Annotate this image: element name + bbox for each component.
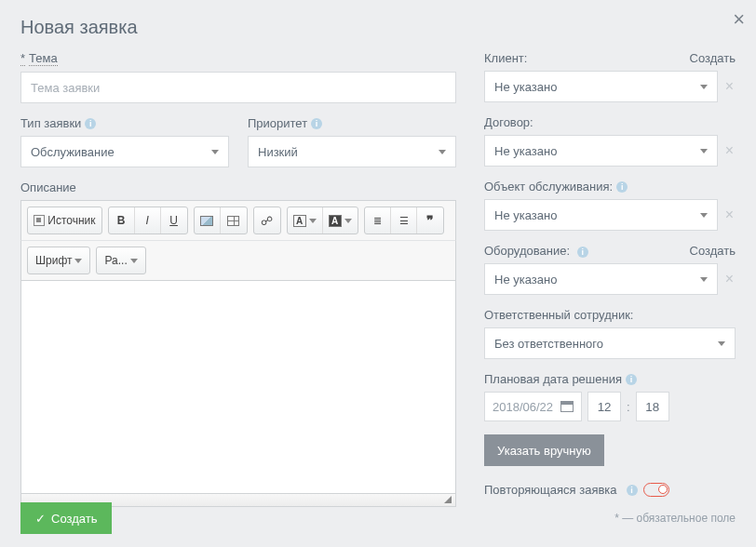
table-button[interactable] [221, 207, 247, 233]
editor-toolbar: Источник B I U ☍ A A [20, 200, 456, 240]
font-select[interactable]: Шрифт [28, 247, 89, 274]
quote-button[interactable]: ❞ [417, 207, 443, 233]
responsible-select[interactable]: Без ответственного [484, 327, 736, 359]
image-button[interactable] [195, 207, 221, 233]
contract-value: Не указано [494, 144, 557, 158]
source-label: Источник [47, 214, 95, 227]
hour-input[interactable] [587, 392, 621, 421]
responsible-label: Ответственный сотрудник: [484, 308, 736, 322]
chevron-down-icon [211, 150, 219, 154]
bold-button[interactable]: B [109, 207, 135, 233]
subject-input[interactable] [20, 72, 456, 103]
chevron-down-icon [700, 277, 708, 282]
editor-toolbar-row2: Шрифт Ра... [20, 240, 456, 280]
required-asterisk: * [20, 51, 25, 66]
priority-select[interactable]: Низкий [248, 136, 456, 167]
text-color-button[interactable]: A [288, 207, 323, 233]
submit-label: Создать [51, 512, 97, 526]
contract-select[interactable]: Не указано [484, 135, 718, 167]
submit-button[interactable]: ✓ Создать [20, 502, 112, 534]
priority-label: Приоритет i [248, 116, 456, 130]
subject-label-text: Тема [29, 51, 58, 66]
clear-object-icon[interactable]: × [723, 207, 736, 223]
recurring-toggle[interactable] [643, 483, 669, 497]
type-value: Обслуживание [31, 145, 115, 159]
page-title: Новая заявка [20, 17, 736, 38]
responsible-value: Без ответственного [494, 337, 603, 351]
image-icon [200, 216, 213, 226]
numbered-list-button[interactable]: ≣ [365, 207, 391, 233]
chevron-down-icon [700, 85, 708, 89]
info-icon[interactable]: i [311, 118, 322, 129]
clear-contract-icon[interactable]: × [723, 142, 736, 159]
subject-label: * Тема [20, 51, 456, 66]
font-label: Шрифт [35, 254, 72, 267]
object-select[interactable]: Не указано [484, 199, 718, 231]
size-select[interactable]: Ра... [97, 247, 144, 274]
info-icon[interactable]: i [85, 118, 96, 129]
chevron-down-icon [130, 259, 138, 263]
description-label: Описание [20, 180, 456, 194]
equipment-select[interactable]: Не указано [484, 263, 718, 295]
date-value: 2018/06/22 [493, 400, 553, 414]
bullet-list-button[interactable]: ☰ [391, 207, 417, 233]
bg-color-button[interactable]: A [323, 207, 358, 233]
chevron-down-icon [700, 213, 708, 218]
equipment-value: Не указано [494, 273, 557, 287]
create-equipment-link[interactable]: Создать [690, 244, 736, 258]
chevron-down-icon [439, 150, 446, 154]
recurring-label: Повторяющаяся заявка [484, 483, 617, 497]
chevron-down-icon [718, 341, 725, 346]
table-icon [227, 216, 239, 226]
source-icon [34, 215, 45, 226]
contract-label: Договор: [484, 115, 736, 129]
bg-color-icon: A [329, 215, 342, 227]
date-input[interactable]: 2018/06/22 [484, 392, 582, 421]
clear-client-icon[interactable]: × [723, 78, 736, 95]
object-label: Объект обслуживания: i [484, 180, 736, 193]
manual-button[interactable]: Указать вручную [484, 434, 604, 466]
chevron-down-icon [74, 259, 82, 263]
type-label: Тип заявки i [20, 116, 229, 130]
priority-label-text: Приоритет [248, 116, 307, 130]
chevron-down-icon [344, 219, 352, 223]
object-label-text: Объект обслуживания: [484, 180, 613, 193]
info-icon[interactable]: i [626, 374, 637, 385]
minute-input[interactable] [636, 392, 669, 421]
info-icon[interactable]: i [616, 181, 628, 193]
source-button[interactable]: Источник [28, 207, 101, 233]
client-label: Клиент: [484, 51, 527, 65]
object-value: Не указано [494, 208, 557, 222]
chevron-down-icon [309, 219, 317, 223]
description-editor[interactable] [20, 280, 456, 494]
check-icon: ✓ [35, 512, 46, 526]
equipment-label: Оборудование: i [484, 244, 588, 258]
time-colon: : [627, 400, 630, 414]
underline-button[interactable]: U [161, 207, 187, 233]
text-color-icon: A [293, 215, 306, 227]
link-button[interactable]: ☍ [254, 207, 280, 233]
clear-equipment-icon[interactable]: × [723, 271, 736, 287]
info-icon[interactable]: i [577, 247, 588, 258]
planned-label-text: Плановая дата решения [484, 372, 622, 386]
type-label-text: Тип заявки [20, 116, 81, 130]
create-client-link[interactable]: Создать [690, 51, 736, 65]
type-select[interactable]: Обслуживание [20, 136, 229, 167]
equipment-label-text: Оборудование: [484, 244, 570, 258]
priority-value: Низкий [258, 145, 298, 159]
italic-button[interactable]: I [135, 207, 161, 233]
planned-label: Плановая дата решения i [484, 372, 736, 386]
info-icon[interactable]: i [627, 485, 638, 496]
close-icon[interactable]: × [733, 7, 745, 32]
required-note: * — обязательное поле [614, 512, 736, 525]
chevron-down-icon [700, 149, 708, 153]
client-select[interactable]: Не указано [484, 71, 718, 102]
calendar-icon [560, 401, 574, 412]
size-label: Ра... [104, 254, 127, 267]
client-value: Не указано [494, 80, 557, 94]
